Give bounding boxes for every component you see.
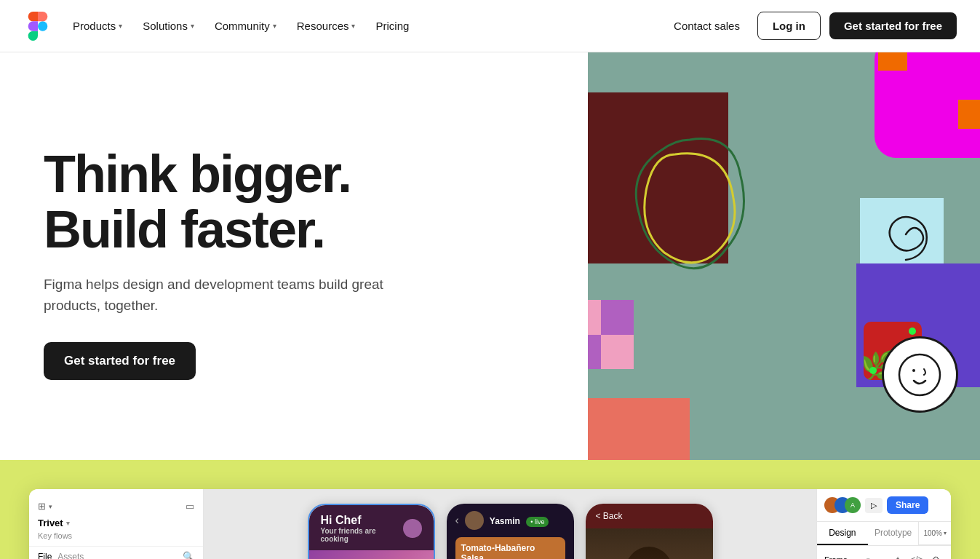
app-canvas: Hi Chef Your friends are cooking 🍰 xyxy=(204,489,816,559)
canvas-frame: Hi Chef Your friends are cooking 🍰 xyxy=(204,489,816,559)
frame-row: Frame ▾ ✦ </> ⚙ xyxy=(824,552,944,559)
shape-checker xyxy=(588,300,634,369)
tab-design[interactable]: Design xyxy=(817,522,868,545)
layout-icon: ▭ xyxy=(186,501,194,512)
svg-point-1 xyxy=(912,369,915,372)
panel-top-bar: ⊞ ▾ ▭ xyxy=(29,495,203,515)
file-tab[interactable]: File xyxy=(38,552,52,560)
phone-frame-1: Hi Chef Your friends are cooking 🍰 xyxy=(308,504,435,559)
panel-top-icons: ⊞ ▾ xyxy=(38,501,52,512)
nav-products[interactable]: Products ▾ xyxy=(64,14,131,38)
avatar-user3: A xyxy=(845,497,861,513)
hero-section: Think bigger. Build faster. Figma helps … xyxy=(0,52,980,460)
blob-shape xyxy=(617,118,762,293)
hero-subtitle: Figma helps design and development teams… xyxy=(44,274,393,316)
nav-links: Products ▾ Solutions ▾ Community ▾ Resou… xyxy=(64,14,418,38)
shape-orange-topleft xyxy=(878,52,907,71)
project-subtitle: Key flows xyxy=(29,531,203,546)
hero-left: Think bigger. Build faster. Figma helps … xyxy=(0,52,588,460)
chevron-down-icon: ▾ xyxy=(273,22,276,30)
contact-sales-link[interactable]: Contact sales xyxy=(665,14,749,38)
live-badge: • live xyxy=(526,517,549,527)
greeting-text: Hi Chef xyxy=(321,514,404,527)
component-icon[interactable]: ✦ xyxy=(890,552,906,559)
project-name: Trivet ▾ xyxy=(29,515,203,531)
nav-left: Products ▾ Solutions ▾ Community ▾ Resou… xyxy=(23,12,418,41)
frame-icons: ✦ </> ⚙ xyxy=(890,552,944,559)
login-button[interactable]: Log in xyxy=(757,12,821,40)
frame-label: Frame xyxy=(824,555,848,559)
phone-screen-1: Hi Chef Your friends are cooking 🍰 xyxy=(309,505,434,559)
avatar-yasmin xyxy=(465,511,484,530)
svg-point-0 xyxy=(899,354,940,395)
figma-logo[interactable] xyxy=(23,12,52,41)
nav-community[interactable]: Community ▾ xyxy=(206,14,285,38)
code-icon[interactable]: </> xyxy=(909,552,925,559)
phone-frame-3: < Back xyxy=(586,504,713,559)
chevron-down-icon: ▾ xyxy=(49,503,52,510)
chevron-down-icon: ▾ xyxy=(351,22,355,30)
settings-icon[interactable]: ⚙ xyxy=(928,552,944,559)
phone-header-2: ‹ Yasmin • live xyxy=(447,504,574,537)
shape-orange-topright xyxy=(958,100,980,129)
avatars-row: A xyxy=(824,497,861,513)
get-started-hero-button[interactable]: Get started for free xyxy=(44,342,196,380)
phone-screen-2: ‹ Yasmin • live Tomato-Habañero Salsa 2.… xyxy=(447,504,574,559)
preview-button[interactable]: ▷ xyxy=(865,498,883,513)
nav-right: Contact sales Log in Get started for fre… xyxy=(665,12,957,40)
zoom-display: 100% ▾ xyxy=(918,522,951,545)
nav-pricing[interactable]: Pricing xyxy=(367,14,418,38)
phone-dish: Tomato-Habañero Salsa xyxy=(455,537,565,559)
get-started-nav-button[interactable]: Get started for free xyxy=(829,12,957,39)
smiley-shape xyxy=(882,336,958,413)
subtitle-text: Your friends are cooking xyxy=(321,527,404,543)
phone-header-1: Hi Chef Your friends are cooking xyxy=(309,505,434,550)
share-button[interactable]: Share xyxy=(887,496,928,514)
phone-frame-2: ‹ Yasmin • live Tomato-Habañero Salsa 2.… xyxy=(447,504,574,559)
navbar: Products ▾ Solutions ▾ Community ▾ Resou… xyxy=(0,0,980,52)
app-left-panel: ⊞ ▾ ▭ Trivet ▾ Key flows File Assets 🔍 ▾… xyxy=(29,489,204,559)
chevron-down-icon: ▾ xyxy=(66,520,70,527)
shape-salmon xyxy=(588,398,690,460)
hero-right: 🌿 xyxy=(588,52,980,460)
hero-title: Think bigger. Build faster. xyxy=(44,147,544,257)
panel-toolbar: File Assets 🔍 xyxy=(29,546,203,559)
chevron-down-icon: ▾ xyxy=(119,22,122,30)
app-window: ⊞ ▾ ▭ Trivet ▾ Key flows File Assets 🔍 ▾… xyxy=(29,489,951,559)
assets-tab[interactable]: Assets xyxy=(57,552,84,560)
panel-layout-icon: ▭ xyxy=(186,501,194,512)
grid-icon: ⊞ xyxy=(38,501,46,512)
spiral-icon xyxy=(877,205,935,263)
avatar xyxy=(403,519,421,538)
chevron-down-icon: ▾ xyxy=(191,22,194,30)
app-right-panel: A ▷ Share Design Prototype 100% ▾ Frame … xyxy=(816,489,951,559)
app-section: ⊞ ▾ ▭ Trivet ▾ Key flows File Assets 🔍 ▾… xyxy=(0,460,980,559)
frame-section: Frame ▾ ✦ </> ⚙ xyxy=(817,546,951,559)
nav-resources[interactable]: Resources ▾ xyxy=(288,14,364,38)
yasmin-name: Yasmin xyxy=(490,516,520,526)
right-panel-top: A ▷ Share xyxy=(817,489,951,522)
search-icon[interactable]: 🔍 xyxy=(183,551,194,559)
phone-screen-3: < Back xyxy=(586,504,713,559)
chevron-down-icon: ▾ xyxy=(867,556,870,559)
back-arrow-icon: ‹ xyxy=(455,514,459,527)
phone-cake-image: 🍰 xyxy=(309,550,434,559)
right-panel-tabs: Design Prototype 100% ▾ xyxy=(817,522,951,546)
phone-portrait xyxy=(586,528,713,559)
phone-back: < Back xyxy=(586,504,713,528)
chevron-down-icon: ▾ xyxy=(944,530,947,536)
tab-prototype[interactable]: Prototype xyxy=(868,522,919,545)
nav-solutions[interactable]: Solutions ▾ xyxy=(134,14,203,38)
